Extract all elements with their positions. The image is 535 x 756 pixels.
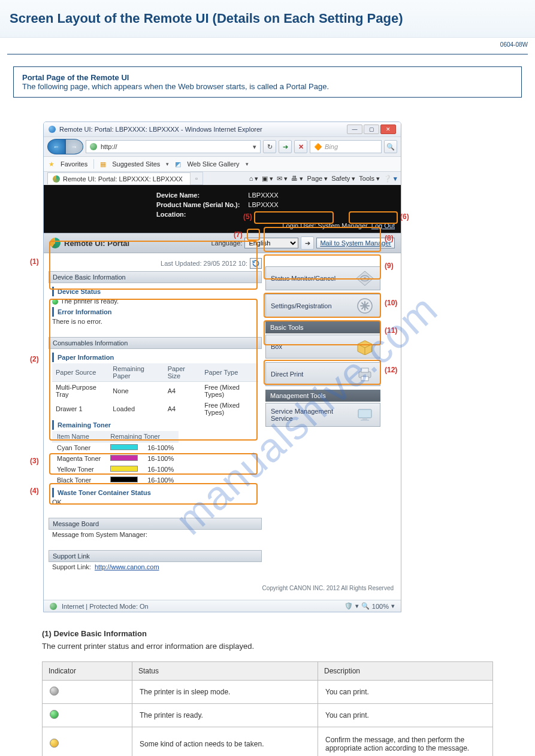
search-box[interactable]: 🔶 Bing [310,140,382,153]
logout-link[interactable]: Log Out [371,222,395,229]
zoom-value: 100% [372,603,389,610]
table-row: Black Toner16-100% [52,475,179,485]
status-zone: Internet | Protected Mode: On [62,603,149,610]
basic-tools-header: Basic Tools [265,321,380,333]
ie-icon [49,126,56,133]
refresh-button[interactable]: ↻ [263,140,276,153]
url-text: http:// [101,143,117,150]
asterisk-circle-icon [355,297,375,315]
slice-icon: ◩ [175,160,181,168]
zone-icon [50,603,57,610]
page-title: Screen Layout of the Remote UI (Details … [0,0,535,38]
waste-toner-header: Waste Toner Container Status [52,488,258,497]
last-updated: Last Updated: 29/05 2012 10: [161,260,247,267]
svg-rect-12 [361,420,369,421]
printer-icon [355,365,375,383]
favorites-label[interactable]: Favorites [61,160,87,168]
box-button[interactable]: Box [265,335,380,359]
zoom-icon[interactable]: 🔍 [361,602,370,610]
refresh-portal-button[interactable] [250,258,262,269]
help-button[interactable]: ❔▾ [383,175,397,183]
device-header: Device Name:LBPXXXX Product Name (Serial… [44,185,401,233]
portal-logo-icon [50,238,61,248]
mail-to-manager-button[interactable]: Mail to System Manager [316,238,395,248]
window-title: Remote UI: Portal: LBPXXXX: LBPXXXX - Wi… [59,126,262,133]
svg-rect-9 [361,377,368,381]
divider [7,54,528,54]
yellow-dot-icon [50,739,59,748]
tools-menu[interactable]: Tools ▾ [359,175,380,183]
suggested-drop-icon[interactable]: ▾ [166,161,169,167]
device-status-header: Device Status [52,287,258,296]
new-tab-button[interactable]: ▫ [190,172,203,185]
svg-rect-10 [358,409,371,418]
maximize-button[interactable]: ▢ [364,125,379,134]
product-name-value: LBPXXXX [244,201,282,209]
error-text: There is no error. [52,318,258,325]
gray-dot-icon [50,687,59,696]
page-id: 0604-08W [0,38,535,48]
safety-menu[interactable]: Safety ▾ [331,175,355,183]
protected-mode-icon: 🛡️ [344,602,353,610]
support-link-header: Support Link [49,550,262,562]
go-button[interactable]: ➔ [279,140,292,153]
table-row: Magenta Toner16-100% [52,453,179,464]
address-bar[interactable]: http:// ▾ [86,140,261,153]
direct-print-button[interactable]: Direct Print [265,362,380,386]
bing-icon: 🔶 [314,143,322,151]
screenshot-window: Remote UI: Portal: LBPXXXX: LBPXXXX - Wi… [43,122,401,612]
forward-button[interactable]: → [65,139,83,154]
stop-button[interactable]: ✕ [294,140,307,153]
web-slice-menu[interactable]: Web Slice Gallery [187,160,239,168]
slice-drop-icon[interactable]: ▾ [246,161,249,167]
status-text: The printer is ready. [61,297,119,305]
addr-dropdown-icon[interactable]: ▾ [253,143,256,151]
login-user: Login User: System Manager [282,222,367,229]
back-button[interactable]: ← [47,139,65,154]
refresh-icon [252,259,260,268]
mail-button[interactable]: ✉ ▾ [277,175,288,183]
feeds-button[interactable]: ▣ ▾ [262,175,273,183]
error-info-header: Error Information [52,307,258,317]
sms-button[interactable]: Service Management Service [265,403,380,427]
svg-rect-8 [361,368,368,372]
window-titlebar: Remote UI: Portal: LBPXXXX: LBPXXXX - Wi… [44,122,401,136]
search-button[interactable]: 🔍 [384,140,397,153]
svg-rect-11 [362,418,367,420]
support-link-url[interactable]: http://www.canon.com [95,563,159,570]
home-button[interactable]: ⌂ ▾ [249,175,259,183]
location-label: Location: [153,210,243,218]
status-indicator-icon [52,299,58,305]
table-row: Multi-Purpose TrayNoneA4Free (Mixed Type… [52,382,258,400]
copyright: Copyright CANON INC. 2012 All Rights Res… [44,580,401,600]
browser-tab[interactable]: Remote UI: Portal: LBPXXXX: LBPXXXX [47,172,191,184]
table-row: Some kind of action needs to be taken.Co… [43,727,493,756]
monitor-icon [355,406,375,424]
print-button[interactable]: 🖶 ▾ [291,175,303,183]
window-close-button[interactable]: ✕ [380,125,396,134]
settings-registration-button[interactable]: Settings/Registration [265,294,380,318]
suggested-sites-menu[interactable]: Suggested Sites [112,160,160,168]
product-name-label: Product Name (Serial No.): [153,201,243,209]
device-name-value: LBPXXXX [244,191,282,199]
favorites-star-icon[interactable]: ★ [49,160,55,168]
tab-label: Remote UI: Portal: LBPXXXX: LBPXXXX [63,175,183,183]
table-row: The printer is in sleep mode.You can pri… [43,681,493,704]
svg-point-1 [364,277,366,280]
language-label: Language: [211,239,242,247]
message-board-text: Message from System Manager: [49,530,262,542]
green-dot-icon [50,710,59,719]
language-go-button[interactable]: ➔ [301,236,314,250]
device-basic-info-header: Device Basic Information [49,271,262,283]
indicator-table: Indicator Status Description The printer… [42,661,493,756]
language-select[interactable]: English [244,238,298,248]
remaining-toner-header: Remaining Toner [52,420,258,430]
minimize-button[interactable]: — [347,125,362,134]
globe-icon [90,143,97,150]
consumables-header: Consumables Information [49,337,262,349]
tab-icon [53,175,60,183]
page-menu[interactable]: Page ▾ [307,175,328,183]
status-monitor-button[interactable]: Status Monitor/Cancel [265,266,380,290]
device-name-label: Device Name: [153,191,243,199]
box-icon [355,338,375,356]
